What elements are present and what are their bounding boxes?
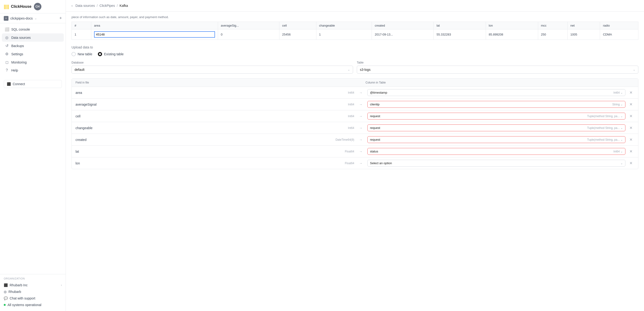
column-created-type: Tuple(method String, pa... ⌄ <box>587 138 623 142</box>
org-icon: ⬛ <box>4 283 8 287</box>
mapping-row-lat: lat Float64 → status Int64 ⌄ ✕ <box>72 146 638 158</box>
mapping-row-area: area Int64 → @timestamp Int64 ⌄ ✕ <box>72 87 638 98</box>
sidebar-header: |||| ClickHouse CH <box>0 0 66 14</box>
existing-table-option[interactable]: Existing table <box>98 52 124 56</box>
connect-icon: ⬛ <box>7 82 11 86</box>
radio-inner <box>99 53 101 55</box>
column-cell-value: request <box>370 114 380 118</box>
column-created-select[interactable]: request Tuple(method String, pa... ⌄ <box>368 136 626 143</box>
col-mcc: mcc <box>538 22 567 30</box>
field-cell-type: Int64 <box>336 114 354 118</box>
remove-lat-button[interactable]: ✕ <box>627 149 634 154</box>
help-icon: ? <box>5 68 9 72</box>
connect-button[interactable]: ⬛ Connect <box>4 80 62 88</box>
column-cell-select[interactable]: request Tuple(method String, pa... ⌄ <box>368 113 626 120</box>
remove-changeable-button[interactable]: ✕ <box>627 126 634 130</box>
chat-icon: 💬 <box>4 296 8 300</box>
remove-created-button[interactable]: ✕ <box>627 138 634 142</box>
upload-section: Upload data to New table Existing table <box>72 46 638 56</box>
field-area-type: Int64 <box>336 91 354 94</box>
remove-average-signal-button[interactable]: ✕ <box>627 102 634 106</box>
sidebar: |||| ClickHouse CH ≡ clickpipes-docs ⌄ +… <box>0 0 66 311</box>
back-arrow-icon[interactable]: ‹ <box>72 4 73 8</box>
workspace-icon: ≡ <box>4 16 8 21</box>
cell-area[interactable] <box>91 30 218 40</box>
col-changeable: changeable <box>316 22 372 30</box>
area-input[interactable] <box>94 31 215 38</box>
chat-support-item[interactable]: 💬 Chat with support <box>4 295 62 302</box>
main-content: ‹ Data sources / ClickPipes / Kafka piec… <box>66 0 644 311</box>
new-table-label: New table <box>78 52 92 56</box>
field-changeable: changeable <box>76 126 334 130</box>
sidebar-item-settings[interactable]: ⚙ Settings <box>2 50 64 58</box>
column-lat-value: status <box>370 150 378 153</box>
table-header-row: # area averageSig... cell changeable cre… <box>72 22 638 30</box>
database-label: Database <box>72 61 353 64</box>
column-lon-type: ⌄ <box>620 162 623 165</box>
breadcrumb-kafka: Kafka <box>120 4 128 8</box>
cell-net: 1005 <box>568 30 600 40</box>
column-average-signal-value: clientip <box>370 102 380 106</box>
rhubarb-item[interactable]: ◎ Rhubarb <box>4 288 62 295</box>
content-area: piece of information such as date, amoun… <box>66 12 644 311</box>
col-radio: radio <box>600 22 638 30</box>
add-icon[interactable]: + <box>59 16 62 21</box>
breadcrumb-clickpipes[interactable]: ClickPipes <box>100 4 115 8</box>
new-table-option[interactable]: New table <box>72 52 92 56</box>
mapping-row-cell: cell Int64 → request Tuple(method String… <box>72 110 638 122</box>
table-chevrons-icon: ⌄ <box>633 68 635 71</box>
column-area-select[interactable]: @timestamp Int64 ⌄ <box>368 89 626 96</box>
arrow-icon-5: → <box>356 138 366 142</box>
table-group: Table s3-logs ⌄ <box>357 61 638 74</box>
breadcrumb: ‹ Data sources / ClickPipes / Kafka <box>66 0 644 12</box>
mapping-row-lon: lon Float64 → Select an option ⌄ ✕ <box>72 158 638 169</box>
field-cell: cell <box>76 114 334 118</box>
mapping-header: Field in file Column in Table <box>72 78 638 87</box>
database-select[interactable]: default ⌄ <box>72 66 353 74</box>
remove-lon-button[interactable]: ✕ <box>627 161 634 166</box>
cell-num: 1 <box>72 30 91 40</box>
column-changeable-select[interactable]: request Tuple(method String, pa... ⌄ <box>368 124 626 131</box>
new-table-radio[interactable] <box>72 52 76 56</box>
app-logo: |||| ClickHouse <box>4 4 32 10</box>
cell-lon: 85.899208 <box>486 30 538 40</box>
mapping-col-arrow <box>356 81 366 84</box>
chat-label: Chat with support <box>10 296 35 300</box>
chevron-right-icon: › <box>61 284 62 287</box>
column-lon-value: Select an option <box>370 162 392 165</box>
table-select[interactable]: s3-logs ⌄ <box>357 66 638 74</box>
table-label: Table <box>357 61 638 64</box>
sidebar-item-help[interactable]: ? Help <box>2 66 64 74</box>
rhubarb-icon: ◎ <box>4 290 6 294</box>
existing-table-radio[interactable] <box>98 52 102 56</box>
field-average-signal: averageSignal <box>76 102 334 106</box>
status-dot <box>4 304 6 306</box>
col-created: created <box>372 22 434 30</box>
org-label: Organization <box>4 277 62 280</box>
workspace-name[interactable]: ≡ clickpipes-docs ⌄ <box>4 16 37 21</box>
table-value: s3-logs <box>360 68 370 72</box>
field-created: created <box>76 138 334 142</box>
sidebar-item-backups[interactable]: ↺ Backups <box>2 42 64 50</box>
table-row: 1 0 25456 1 2017-09-13... 55.332283 85.8… <box>72 30 638 40</box>
field-created-type: DateTime64(9) <box>336 138 354 142</box>
avatar[interactable]: CH <box>34 3 42 10</box>
column-lon-select[interactable]: Select an option ⌄ <box>368 160 626 166</box>
sidebar-item-data-sources[interactable]: ◎ Data sources <box>2 34 64 42</box>
app-name: ClickHouse <box>11 4 31 9</box>
sidebar-item-monitoring[interactable]: ◻ Monitoring <box>2 58 64 66</box>
sidebar-bottom: Organization ⬛ Rhubarb Inc › ◎ Rhubarb 💬… <box>0 274 66 311</box>
column-lat-select[interactable]: status Int64 ⌄ <box>368 148 626 155</box>
settings-icon: ⚙ <box>5 52 9 56</box>
org-name-item[interactable]: ⬛ Rhubarb Inc › <box>4 282 62 288</box>
database-value: default <box>74 68 84 72</box>
remove-area-button[interactable]: ✕ <box>627 90 634 95</box>
column-average-signal-select[interactable]: clientip String ⌄ <box>368 101 626 108</box>
remove-cell-button[interactable]: ✕ <box>627 114 634 118</box>
sidebar-item-sql-console[interactable]: ⬜ SQL console <box>2 25 64 34</box>
arrow-icon-4: → <box>356 126 366 130</box>
chevrons-icon: ⌄ <box>348 68 350 71</box>
field-area: area <box>76 91 334 94</box>
breadcrumb-data-sources[interactable]: Data sources <box>76 4 95 8</box>
column-lat-type: Int64 ⌄ <box>614 150 623 153</box>
